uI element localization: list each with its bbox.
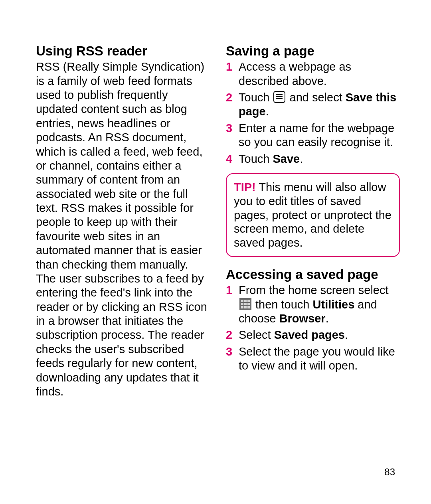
step-item: 3 Enter a name for the webpage so you ca…	[226, 121, 400, 150]
manual-page: Using RSS reader RSS (Really Simple Synd…	[0, 0, 431, 504]
step-item: 4 Touch Save.	[226, 152, 400, 166]
step-number: 1	[226, 60, 232, 74]
step-number: 2	[226, 328, 232, 342]
step-text: and select	[286, 91, 345, 104]
heading-accessing-saved: Accessing a saved page	[226, 267, 400, 282]
step-text: Touch	[239, 91, 273, 104]
step-item: 1 From the home screen select then touch…	[226, 283, 400, 326]
step-text: .	[326, 312, 329, 325]
steps-accessing-saved: 1 From the home screen select then touch…	[226, 283, 400, 373]
paragraph-rss-description: RSS (Really Simple Syndication) is a fam…	[36, 60, 210, 399]
step-item: 2 Select Saved pages.	[226, 328, 400, 342]
step-text: Select the page you would like to view a…	[239, 345, 395, 372]
step-text: Enter a name for the webpage so you can …	[239, 122, 394, 148]
right-column: Saving a page 1 Access a webpage as desc…	[226, 44, 400, 399]
step-text: then touch	[252, 298, 313, 311]
heading-saving-page: Saving a page	[226, 44, 400, 58]
step-text: .	[266, 105, 269, 118]
step-text: Touch	[239, 152, 273, 165]
step-number: 2	[226, 91, 232, 105]
step-text-bold: Browser	[279, 312, 326, 325]
step-number: 1	[226, 283, 232, 297]
step-text-bold: Utilities	[313, 298, 355, 311]
step-text: .	[300, 152, 303, 165]
tip-text: This menu will also allow you to edit ti…	[234, 181, 391, 249]
step-text: Access a webpage as described above.	[239, 60, 351, 87]
tip-label: TIP!	[234, 181, 256, 194]
step-number: 3	[226, 121, 232, 135]
step-text: .	[345, 328, 348, 341]
menu-icon	[273, 91, 285, 103]
page-number: 83	[384, 466, 395, 478]
left-column: Using RSS reader RSS (Really Simple Synd…	[36, 44, 210, 399]
step-number: 3	[226, 345, 232, 359]
steps-saving-page: 1 Access a webpage as described above. 2…	[226, 60, 400, 166]
step-item: 3 Select the page you would like to view…	[226, 345, 400, 373]
tip-box: TIP! This menu will also allow you to ed…	[226, 173, 400, 257]
step-text-bold: Saved pages	[274, 328, 345, 341]
step-number: 4	[226, 152, 232, 166]
two-column-layout: Using RSS reader RSS (Really Simple Synd…	[36, 44, 400, 399]
step-text-bold: Save	[273, 152, 300, 165]
step-item: 2 Touch and select Save this page.	[226, 91, 400, 119]
apps-grid-icon	[239, 298, 251, 310]
step-text: Select	[239, 328, 274, 341]
heading-using-rss: Using RSS reader	[36, 44, 210, 58]
step-text: From the home screen select	[239, 284, 389, 296]
step-item: 1 Access a webpage as described above.	[226, 60, 400, 88]
